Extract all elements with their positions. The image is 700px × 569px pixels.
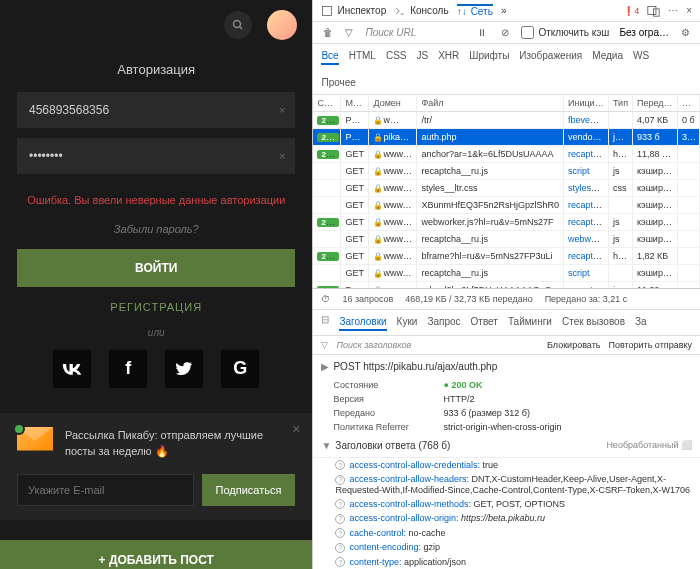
col-size[interactable]: … <box>678 95 700 111</box>
vk-button[interactable] <box>53 350 91 388</box>
avatar[interactable] <box>267 10 297 40</box>
email-input[interactable] <box>17 474 194 506</box>
funnel-icon[interactable]: ▽ <box>342 26 355 39</box>
detail-tab[interactable]: Запрос <box>427 314 460 331</box>
network-row[interactable]: GET🔒www.go…XBunmHfEQ3F5n2RsHjGpzlShR0rec… <box>313 197 700 214</box>
envelope-icon <box>17 427 53 455</box>
svg-rect-3 <box>648 6 656 14</box>
detail-tab[interactable]: Заголовки <box>339 314 386 331</box>
summary-time: Передано за: 3,21 с <box>545 294 628 304</box>
response-header: ?cache-control: no-cache <box>313 526 700 541</box>
tab-console[interactable]: Консоль <box>394 5 448 17</box>
clear-icon[interactable]: × <box>279 104 285 116</box>
filter-html[interactable]: HTML <box>349 48 376 65</box>
network-row[interactable]: 200GET🔒www…anchor?ar=1&k=6Lf5DUsUAAAArec… <box>313 146 700 163</box>
filter-шрифты[interactable]: Шрифты <box>469 48 509 65</box>
clear-icon[interactable]: × <box>279 150 285 162</box>
tab-more[interactable]: » <box>501 5 507 16</box>
response-header: ?content-type: application/json <box>313 555 700 570</box>
response-header: ?access-control-allow-credentials: true <box>313 458 700 473</box>
close-icon[interactable]: × <box>292 421 300 437</box>
login-button[interactable]: ВОЙТИ <box>17 249 295 287</box>
subscribe-button[interactable]: Подписаться <box>202 474 296 506</box>
filter-js[interactable]: JS <box>416 48 428 65</box>
detail-tab[interactable]: За <box>635 314 647 331</box>
toggle-pane-icon[interactable]: ⊟ <box>321 314 329 331</box>
response-headers-section[interactable]: ▼Заголовки ответа (768 б)Необработанный … <box>313 434 700 458</box>
resend-button[interactable]: Повторить отправку <box>608 340 692 350</box>
col-method[interactable]: М… <box>341 95 369 111</box>
menu-icon[interactable]: ⋯ <box>668 5 678 16</box>
search-icon[interactable] <box>224 11 252 39</box>
disable-cache-checkbox[interactable]: Отключить кэш <box>521 26 609 39</box>
col-type[interactable]: Тип <box>609 95 633 111</box>
svg-point-0 <box>234 21 241 28</box>
network-row[interactable]: 200GET🔒www…bframe?hl=ru&v=5mNs27FP3uLire… <box>313 248 700 265</box>
detail-tab[interactable]: Ответ <box>471 314 498 331</box>
svg-rect-2 <box>323 6 332 15</box>
close-icon[interactable]: × <box>686 5 692 16</box>
clock-icon: ⏱ <box>321 294 330 304</box>
response-header: ?access-control-allow-origin: https://be… <box>313 511 700 526</box>
summary-size: 468,19 КБ / 32,73 КБ передано <box>405 294 532 304</box>
detail-tab[interactable]: Куки <box>397 314 418 331</box>
password-input[interactable] <box>17 138 295 174</box>
detail-tab[interactable]: Тайминги <box>508 314 552 331</box>
twitter-button[interactable] <box>165 350 203 388</box>
network-row[interactable]: GET🔒www.gst…recaptcha__ru.jsscriptкэширо… <box>313 265 700 282</box>
network-row[interactable]: 200GET🔒www…webworker.js?hl=ru&v=5mNs27Fr… <box>313 214 700 231</box>
search-headers-input[interactable]: Поиск заголовков <box>336 340 539 350</box>
filter-медиа[interactable]: Медиа <box>592 48 623 65</box>
throttle-select[interactable]: Без огра… <box>619 27 669 38</box>
google-button[interactable]: G <box>221 350 259 388</box>
response-header: ?content-encoding: gzip <box>313 540 700 555</box>
filter-ws[interactable]: WS <box>633 48 649 65</box>
col-initiator[interactable]: Иници… <box>564 95 609 111</box>
filter-все[interactable]: Все <box>321 48 338 65</box>
summary-reqs: 16 запросов <box>342 294 393 304</box>
block-icon[interactable]: ⊘ <box>498 26 511 39</box>
response-header: ?access-control-allow-methods: GET, POST… <box>313 497 700 512</box>
gear-icon[interactable]: ⚙ <box>679 26 692 39</box>
status-badge: ● 200 OK <box>443 380 482 390</box>
search-url-input[interactable]: Поиск URL <box>365 27 465 38</box>
forgot-link[interactable]: Забыли пароль? <box>17 223 295 249</box>
error-text: Ошибка. Вы ввели неверные данные авториз… <box>17 184 295 223</box>
fb-button[interactable]: f <box>109 350 147 388</box>
tab-network[interactable]: ↑↓ Сеть <box>457 4 493 17</box>
network-row[interactable]: GET🔒www…recaptcha__ru.jswebwor…jsкэширо… <box>313 231 700 248</box>
filter-css[interactable]: CSS <box>386 48 407 65</box>
col-file[interactable]: Файл <box>417 95 564 111</box>
username-input[interactable] <box>17 92 295 128</box>
pause-icon[interactable]: ⏸ <box>475 26 488 39</box>
network-row[interactable]: GET🔒www…styles__ltr.cssstylesheetcssкэши… <box>313 180 700 197</box>
newsletter-text: Рассылка Пикабу: отправляем лучшие посты… <box>65 427 295 460</box>
or-label: или <box>17 327 295 338</box>
col-transferred[interactable]: Передано <box>633 95 678 111</box>
response-header: ?access-control-allow-headers: DNT,X-Cus… <box>313 472 700 497</box>
filter-прочее[interactable]: Прочее <box>321 75 355 90</box>
network-row[interactable]: GET🔒www…recaptcha__ru.jsscriptjsкэширо… <box>313 163 700 180</box>
add-post-button[interactable]: + ДОБАВИТЬ ПОСТ <box>0 540 312 570</box>
filter-изображения[interactable]: Изображения <box>519 48 582 65</box>
svg-line-1 <box>240 27 243 30</box>
tab-inspector[interactable]: Инспектор <box>321 5 386 17</box>
register-link[interactable]: РЕГИСТРАЦИЯ <box>17 301 295 327</box>
trash-icon[interactable]: 🗑 <box>321 26 334 39</box>
request-url: ▶POST https://pikabu.ru/ajax/auth.php <box>313 355 700 378</box>
responsive-icon[interactable] <box>647 4 660 17</box>
block-button[interactable]: Блокировать <box>547 340 600 350</box>
filter-xhr[interactable]: XHR <box>438 48 459 65</box>
network-row[interactable]: 200P…🔒pikab…auth.phpvendors…json933 б3… <box>313 129 700 146</box>
col-status[interactable]: Ст… <box>313 95 341 111</box>
network-row[interactable]: 200P…🔒w…/tr/fbevents…4,07 КБ0 б <box>313 112 700 129</box>
detail-tab[interactable]: Стек вызовов <box>562 314 625 331</box>
auth-title: Авторизация <box>17 50 295 92</box>
funnel-icon[interactable]: ▽ <box>321 340 328 350</box>
col-domain[interactable]: Домен <box>369 95 417 111</box>
